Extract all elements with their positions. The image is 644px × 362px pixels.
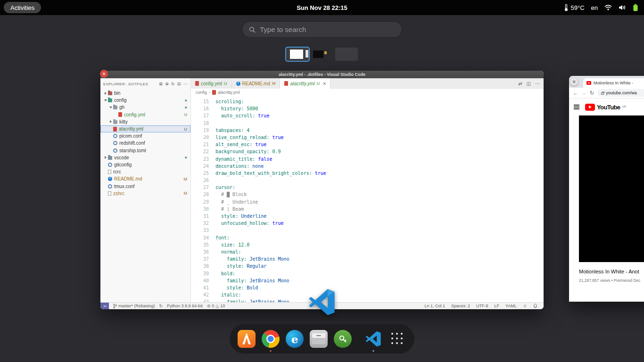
indent-spacer	[108, 127, 113, 132]
dock-item-keepassxc[interactable]	[334, 330, 352, 348]
close-tab-icon[interactable]: ×	[323, 81, 326, 86]
tree-item-gitconfig[interactable]: gitconfig	[100, 161, 190, 168]
temperature-value: 59°C	[570, 4, 584, 11]
encoding-setting[interactable]: UTF-8	[476, 304, 488, 308]
folder-icon	[108, 91, 112, 95]
notifications-bell-icon[interactable]	[533, 304, 537, 309]
dash-dock: e	[230, 324, 414, 354]
address-bar[interactable]: youtube.com/wa	[597, 89, 644, 97]
keyboard-layout[interactable]: en	[591, 4, 598, 11]
tree-item-redshift.conf[interactable]: redshift.conf	[100, 140, 190, 147]
line-number: 29	[191, 198, 209, 206]
chevron-down-icon	[108, 105, 113, 110]
remote-indicator[interactable]: ><	[100, 303, 109, 310]
tree-item-rcrc[interactable]: rcrc	[100, 168, 190, 175]
split-editor-icon[interactable]: ◫	[527, 81, 531, 86]
explorer-more-icon[interactable]: ⋯	[183, 82, 188, 86]
back-icon[interactable]: ←	[573, 90, 578, 96]
language-mode[interactable]: YAML	[505, 304, 517, 308]
activities-button[interactable]: Activities	[4, 2, 41, 13]
git-status-badge: U	[317, 81, 320, 86]
dock-item-files[interactable]	[310, 330, 328, 348]
dock-item-alacritty[interactable]	[238, 330, 256, 348]
window-title: alacritty.yml - .dotfiles - Visual Studi…	[100, 71, 544, 78]
tree-item-tmux.conf[interactable]: tmux.conf	[100, 182, 190, 189]
yml-icon	[212, 90, 216, 95]
clock[interactable]: Sun Nov 28 22:15	[297, 0, 347, 15]
code-editor[interactable]: 1516171819202122232425262728293031323334…	[191, 96, 544, 302]
file-tree: binconfig●gh●config.ymlUkittyalacritty.y…	[100, 90, 190, 197]
system-tray[interactable]: 59°C en	[564, 0, 638, 15]
tree-item-vscode[interactable]: vscode●	[100, 154, 190, 161]
new-file-icon[interactable]: ⊞	[159, 82, 163, 86]
tab-actions: ⇄ ◫ ⋯	[518, 78, 540, 89]
vscode-window[interactable]: alacritty.yml - .dotfiles - Visual Studi…	[100, 71, 544, 309]
breadcrumb-item-config[interactable]: config	[196, 90, 207, 95]
forward-icon[interactable]: →	[581, 90, 586, 96]
workspace-thumbnail-3[interactable]	[335, 48, 358, 61]
workspace-thumbnail-2[interactable]	[311, 48, 333, 61]
folder-icon	[113, 120, 117, 124]
tree-item-kitty[interactable]: kitty	[100, 118, 190, 125]
dock-item-chrome[interactable]	[262, 330, 280, 348]
git-branch-status[interactable]: master* (Rebasing)	[113, 304, 155, 309]
line-number: 43	[191, 298, 209, 302]
tree-item-bin[interactable]: bin	[100, 90, 190, 97]
reload-icon[interactable]: ↻	[590, 90, 594, 96]
chevron-down-icon	[103, 98, 108, 103]
editor-more-icon[interactable]: ⋯	[535, 81, 540, 86]
dock-item-edge[interactable]: e	[286, 330, 304, 348]
compare-changes-icon[interactable]: ⇄	[518, 81, 522, 86]
line-number: 36	[191, 248, 209, 255]
file-label: config.yml	[124, 112, 184, 117]
close-chrome-window-button[interactable]: ×	[570, 78, 578, 86]
code-line: bold:	[215, 270, 544, 277]
code-line: auto_scroll: true	[215, 112, 544, 119]
refresh-explorer-icon[interactable]: ↻	[171, 82, 175, 86]
collapse-folders-icon[interactable]: ⊟	[177, 82, 181, 86]
overview-search[interactable]	[242, 21, 402, 38]
yml-icon	[118, 112, 122, 117]
tab-label: alacritty.yml	[290, 81, 314, 86]
line-number: 42	[191, 291, 209, 298]
video-player[interactable]	[579, 115, 644, 262]
workspace-thumbnail-1[interactable]	[286, 48, 309, 61]
line-number: 18	[191, 120, 209, 127]
cursor-position[interactable]: Ln 1, Col 1	[424, 304, 445, 308]
line-number: 28	[191, 191, 209, 198]
tree-item-starship.toml[interactable]: starship.toml	[100, 147, 190, 154]
indentation-setting[interactable]: Spaces: 2	[451, 304, 470, 308]
tree-item-gh[interactable]: gh●	[100, 104, 190, 111]
dock-item-app-grid[interactable]	[388, 330, 406, 348]
breadcrumb-item-alacritty.yml[interactable]: alacritty.yml	[218, 90, 240, 95]
dock-item-vscode[interactable]	[364, 330, 382, 348]
browser-tab-title: Motionless In White -	[594, 81, 633, 85]
browser-tab[interactable]: Motionless In White -	[583, 78, 644, 88]
tree-item-zshrc[interactable]: zshrcM	[100, 190, 190, 197]
editor-tab-config.yml[interactable]: config.ymlU	[191, 78, 232, 89]
file-label: picom.conf	[119, 133, 190, 139]
eol-setting[interactable]: LF	[494, 304, 499, 308]
editor-tab-alacritty.yml[interactable]: alacritty.ymlU×	[280, 78, 330, 89]
tree-item-README.md[interactable]: README.mdM	[100, 175, 190, 182]
menu-icon[interactable]	[574, 105, 579, 109]
yml-icon	[113, 127, 117, 132]
tree-item-picom.conf[interactable]: picom.conf	[100, 132, 190, 140]
problems-status[interactable]: ⊘ 0 △ 10	[207, 304, 225, 308]
new-folder-icon[interactable]: ⊕	[165, 82, 169, 86]
line-number: 27	[191, 184, 209, 191]
editor-tab-README.md[interactable]: README.mdM	[232, 78, 281, 89]
tree-item-config.yml[interactable]: config.ymlU	[100, 111, 190, 118]
close-vscode-window-button[interactable]: ×	[100, 70, 108, 78]
tree-item-config[interactable]: config●	[100, 97, 190, 104]
tree-item-alacritty.yml[interactable]: alacritty.ymlU	[100, 125, 190, 132]
python-interpreter[interactable]: Python 3.9.9 64-bit	[167, 304, 203, 308]
feedback-icon[interactable]: ☺	[523, 304, 527, 308]
youtube-logo[interactable]: YouTube UA	[585, 104, 626, 111]
sync-icon[interactable]: ↻	[159, 304, 163, 308]
file-label: kitty	[119, 119, 190, 124]
search-input[interactable]	[260, 25, 395, 33]
chrome-window[interactable]: Motionless In White - ← → ↻ youtube.com/…	[569, 76, 644, 302]
code-line: italic:	[215, 291, 544, 298]
vscode-icon	[365, 331, 381, 347]
